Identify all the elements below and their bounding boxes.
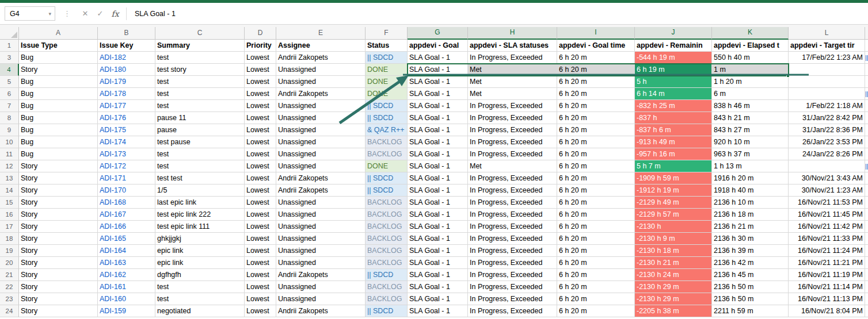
cell-J23[interactable]: -2130 h 29 m	[635, 293, 712, 305]
cell-C24[interactable]: negotiated	[155, 305, 245, 317]
cell-E20[interactable]: Unassigned	[276, 257, 366, 269]
cell-E15[interactable]: Unassigned	[276, 197, 366, 209]
cell-H4[interactable]: Met	[468, 64, 557, 76]
row-header-13[interactable]: 13	[0, 172, 19, 185]
cell-E10[interactable]: Unassigned	[276, 136, 366, 148]
cell-F14[interactable]: || SDCD	[366, 185, 408, 197]
cell-K16[interactable]: 2136 h 18 m	[712, 209, 789, 221]
row-header-9[interactable]: 9	[0, 124, 19, 136]
cell-I23[interactable]: 6 h 20 m	[557, 293, 635, 305]
cell-C18[interactable]: ghkjjgkj	[155, 233, 245, 245]
cell-J13[interactable]: -1909 h 59 m	[635, 172, 712, 185]
row-header-4[interactable]: 4	[0, 64, 19, 76]
cell-L19[interactable]: 16/Nov/21 11:24 PM	[789, 245, 865, 257]
cell-K18[interactable]: 2136 h 30 m	[712, 233, 789, 245]
row-header-11[interactable]: 11	[0, 148, 19, 160]
cell-D5[interactable]: Lowest	[245, 76, 276, 88]
row-header-5[interactable]: 5	[0, 76, 19, 88]
cell-F1[interactable]: Status	[366, 40, 408, 52]
cell-J9[interactable]: -837 h 6 m	[635, 124, 712, 136]
cell-G14[interactable]: SLA Goal - 1	[408, 185, 468, 197]
cell-G20[interactable]: SLA Goal - 1	[408, 257, 468, 269]
row-header-16[interactable]: 16	[0, 209, 19, 221]
cell-B15[interactable]: ADI-168	[98, 197, 155, 209]
cell-C23[interactable]: test	[155, 293, 245, 305]
cell-L3[interactable]: 17/Feb/22 1:23 AM	[789, 52, 865, 64]
cell-F13[interactable]: || SDCD	[366, 172, 408, 185]
cell-K17[interactable]: 2136 h 21 m	[712, 221, 789, 233]
cell-B13[interactable]: ADI-171	[98, 172, 155, 185]
cell-D9[interactable]: Lowest	[245, 124, 276, 136]
cell-J10[interactable]: -913 h 49 m	[635, 136, 712, 148]
row-header-18[interactable]: 18	[0, 233, 19, 245]
cell-H14[interactable]: In Progress, Exceeded	[468, 185, 557, 197]
cell-M8-clipped[interactable]	[865, 112, 868, 124]
cell-I15[interactable]: 6 h 20 m	[557, 197, 635, 209]
cell-B5[interactable]: ADI-179	[98, 76, 155, 88]
cell-M21-clipped[interactable]	[865, 269, 868, 281]
fill-handle[interactable]	[786, 74, 790, 78]
cell-I17[interactable]: 6 h 20 m	[557, 221, 635, 233]
cell-E9[interactable]: Unassigned	[276, 124, 366, 136]
cell-H5[interactable]: Met	[468, 76, 557, 88]
cell-M10-clipped[interactable]	[865, 136, 868, 148]
cell-H11[interactable]: In Progress, Exceeded	[468, 148, 557, 160]
cell-M6-clipped[interactable]: ||	[865, 88, 868, 100]
cell-M24-clipped[interactable]	[865, 305, 868, 317]
cancel-icon[interactable]: ✕	[78, 9, 93, 18]
row-header-15[interactable]: 15	[0, 197, 19, 209]
cell-A22[interactable]: Story	[19, 281, 98, 293]
cell-F18[interactable]: BACKLOG	[366, 233, 408, 245]
cell-J22[interactable]: -2130 h 29 m	[635, 281, 712, 293]
row-header-22[interactable]: 22	[0, 281, 19, 293]
cell-F6[interactable]: DONE	[366, 88, 408, 100]
cell-F17[interactable]: BACKLOG	[366, 221, 408, 233]
cell-M9-clipped[interactable]	[865, 124, 868, 136]
cell-B17[interactable]: ADI-166	[98, 221, 155, 233]
cell-F23[interactable]: BACKLOG	[366, 293, 408, 305]
cell-B16[interactable]: ADI-167	[98, 209, 155, 221]
row-header-3[interactable]: 3	[0, 52, 19, 64]
column-header-G[interactable]: G	[408, 27, 468, 40]
cell-M4-clipped[interactable]	[865, 64, 868, 76]
cell-G22[interactable]: SLA Goal - 1	[408, 281, 468, 293]
cell-D10[interactable]: Lowest	[245, 136, 276, 148]
cell-C13[interactable]: test test	[155, 172, 245, 185]
cell-H7[interactable]: In Progress, Exceeded	[468, 100, 557, 112]
cell-E6[interactable]: Andrii Zakopets	[276, 88, 366, 100]
cell-J12[interactable]: 5 h 7 m	[635, 160, 712, 172]
cell-D6[interactable]: Lowest	[245, 88, 276, 100]
cell-C17[interactable]: test epic link 111	[155, 221, 245, 233]
cell-H18[interactable]: In Progress, Exceeded	[468, 233, 557, 245]
cell-G4[interactable]: SLA Goal - 1	[408, 64, 468, 76]
cell-F10[interactable]: BACKLOG	[366, 136, 408, 148]
cell-J14[interactable]: -1912 h 19 m	[635, 185, 712, 197]
cell-D1[interactable]: Priority	[245, 40, 276, 52]
cell-D24[interactable]: Lowest	[245, 305, 276, 317]
cell-B10[interactable]: ADI-174	[98, 136, 155, 148]
cell-A18[interactable]: Story	[19, 233, 98, 245]
cell-G19[interactable]: SLA Goal - 1	[408, 245, 468, 257]
cell-E4[interactable]: Unassigned	[276, 64, 366, 76]
cell-G16[interactable]: SLA Goal - 1	[408, 209, 468, 221]
cell-B22[interactable]: ADI-161	[98, 281, 155, 293]
cell-G3[interactable]: SLA Goal - 1	[408, 52, 468, 64]
cell-A7[interactable]: Bug	[19, 100, 98, 112]
cell-C14[interactable]: 1/5	[155, 185, 245, 197]
cell-B20[interactable]: ADI-163	[98, 257, 155, 269]
cell-J8[interactable]: -837 h	[635, 112, 712, 124]
cell-M15-clipped[interactable]	[865, 197, 868, 209]
cell-F22[interactable]: BACKLOG	[366, 281, 408, 293]
cell-L10[interactable]: 26/Jan/22 3:53 PM	[789, 136, 865, 148]
cell-J4[interactable]: 6 h 19 m	[635, 64, 712, 76]
cell-A10[interactable]: Bug	[19, 136, 98, 148]
cell-B24[interactable]: ADI-159	[98, 305, 155, 317]
cell-K11[interactable]: 963 h 37 m	[712, 148, 789, 160]
cell-C10[interactable]: test pause	[155, 136, 245, 148]
chevron-down-icon[interactable]: ▾	[48, 11, 55, 17]
cell-D3[interactable]: Lowest	[245, 52, 276, 64]
cell-A24[interactable]: Story	[19, 305, 98, 317]
cell-J15[interactable]: -2129 h 49 m	[635, 197, 712, 209]
cell-H15[interactable]: In Progress, Exceeded	[468, 197, 557, 209]
cell-B9[interactable]: ADI-175	[98, 124, 155, 136]
